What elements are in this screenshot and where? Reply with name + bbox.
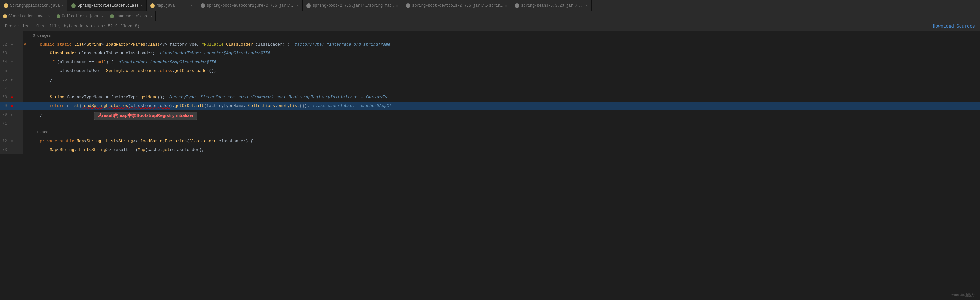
tab-autoconfigure-factories[interactable]: spring-boot-autoconfigure-2.7.5.jar!/…/s… (197, 0, 302, 11)
tab-icon-8 (3, 14, 7, 18)
gutter-64: 64 ▼ (0, 58, 22, 67)
line-num-64: 64 (0, 60, 10, 64)
code-line-66: 66 ▶ } (0, 75, 980, 84)
usages-row-1: 6 usages (0, 32, 980, 40)
tab-bar-row2: ClassLoader.java ✕ Collections.java ✕ La… (0, 11, 980, 21)
gutter-usages-2 (0, 128, 22, 137)
code-line-67: 67 (0, 84, 980, 93)
tab-close-2[interactable]: ✕ (141, 4, 143, 8)
code-content-68: String factoryTypeName = factoryType.get… (28, 93, 980, 102)
code-editor: 6 usages 62 ▼ @ public static List<Strin… (0, 32, 980, 154)
gutter-68: 68 ● (0, 93, 22, 102)
gutter-66: 66 ▶ (0, 75, 22, 84)
tab-icon-9 (57, 14, 60, 18)
tab-label-4: spring-boot-autoconfigure-2.7.5.jar!/…/s… (207, 3, 295, 8)
tab-classloader[interactable]: ClassLoader.java ✕ (0, 11, 53, 21)
tab-bar-row1: SpringApplication.java ✕ SpringFactories… (0, 0, 980, 11)
code-line-64: 64 ▼ if (classLoader == null) { classLoa… (0, 58, 980, 67)
line-num-66: 66 (0, 78, 10, 82)
download-sources-button[interactable]: Download Sources (933, 24, 975, 29)
line-num-71: 71 (0, 121, 10, 126)
tab-collections[interactable]: Collections.java ✕ (53, 11, 107, 21)
decompiled-info: Decompiled .class file, bytecode version… (5, 24, 140, 29)
fold-icon-64[interactable]: ▼ (10, 60, 14, 65)
fold-icon-70[interactable]: ▶ (10, 112, 14, 117)
code-line-70: 70 ▶ } 从result的map中拿BootstrapRegistryIni… (0, 111, 980, 119)
usages-row-2: 1 usage (0, 128, 980, 137)
breakpoint-icon-68[interactable]: ● (10, 95, 14, 100)
line-num-69: 69 (0, 104, 10, 108)
fold-icon-62[interactable]: ▼ (10, 42, 14, 47)
fold-icon-66[interactable]: ▶ (10, 77, 14, 82)
usages-label-1: 6 usages (33, 32, 51, 40)
gutter-62: 62 ▼ (0, 40, 22, 49)
tab-spring-factories-loader[interactable]: SpringFactoriesLoader.class ✕ (67, 0, 146, 11)
gutter-72: 72 ▼ (0, 137, 22, 146)
breakpoint-icon-69[interactable]: ● (10, 103, 14, 109)
info-bar: Decompiled .class file, bytecode version… (0, 21, 980, 32)
tab-close-10[interactable]: ✕ (150, 14, 152, 18)
code-line-68: 68 ● String factoryTypeName = factoryTyp… (0, 93, 980, 102)
gutter-69: 69 ● (0, 102, 22, 111)
line-num-67: 67 (0, 86, 10, 91)
tab-label-9: Collections.java (62, 14, 98, 19)
code-content-63: ClassLoader classLoaderToUse = classLoad… (28, 49, 980, 58)
tab-boot-factories[interactable]: spring-boot-2.7.5.jar!/…/spring.factorie… (302, 0, 402, 11)
gutter-65: 65 (0, 67, 22, 75)
code-line-65: 65 classLoaderToUse = SpringFactoriesLoa… (0, 67, 980, 75)
tab-close-4[interactable]: ✕ (297, 4, 299, 8)
tab-spring-application[interactable]: SpringApplication.java ✕ (0, 0, 67, 11)
tab-close-5[interactable]: ✕ (396, 4, 398, 8)
tab-icon-7 (515, 3, 519, 8)
line-num-68: 68 (0, 95, 10, 100)
tab-label-7: spring-beans-5.3.23.jar!/…/spring (521, 3, 584, 8)
tab-icon-10 (110, 14, 114, 18)
code-content-64: if (classLoader == null) { classLoader: … (28, 58, 980, 67)
tab-label-10: Launcher.class (116, 14, 147, 19)
tab-icon-6 (406, 3, 410, 8)
tab-close-1[interactable]: ✕ (62, 4, 64, 8)
code-line-71: 71 (0, 119, 980, 128)
gutter-71: 71 (0, 119, 22, 128)
tab-beans-spring[interactable]: spring-beans-5.3.23.jar!/…/spring ✕ (511, 0, 592, 11)
tab-close-9[interactable]: ✕ (102, 14, 103, 18)
tab-close-6[interactable]: ✕ (505, 4, 507, 8)
fold-icon-72[interactable]: ▼ (10, 139, 14, 144)
line-num-62: 62 (0, 42, 10, 47)
tab-icon-4 (200, 3, 205, 8)
code-line-72: 72 ▼ private static Map<String, List<Str… (0, 137, 980, 146)
gutter-67: 67 (0, 84, 22, 93)
line-num-63: 63 (0, 51, 10, 56)
gutter-73: 73 (0, 146, 22, 154)
code-content-72: private static Map<String, List<String>>… (28, 137, 980, 146)
code-line-62: 62 ▼ @ public static List<String> loadFa… (0, 40, 980, 49)
code-content-65: classLoaderToUse = SpringFactoriesLoader… (28, 67, 980, 75)
tab-devtools-factories[interactable]: spring-boot-devtools-2.7.5.jar!/…/spring… (402, 0, 511, 11)
code-content-73: Map<String, List<String>> result = (Map)… (28, 146, 980, 154)
tab-label-5: spring-boot-2.7.5.jar!/…/spring.factorie… (313, 3, 394, 8)
at-sign-62: @ (22, 42, 28, 47)
tab-icon-2 (71, 3, 76, 8)
gutter-70: 70 ▶ (0, 111, 22, 119)
gutter-63: 63 (0, 49, 22, 58)
code-line-63: 63 ClassLoader classLoaderToUse = classL… (0, 49, 980, 58)
tab-label-3: Map.java (157, 3, 175, 8)
tab-close-8[interactable]: ✕ (48, 14, 50, 18)
tab-label-1: SpringApplication.java (10, 3, 60, 8)
tab-map[interactable]: Map.java ✕ (146, 0, 197, 11)
code-line-73: 73 Map<String, List<String>> result = (M… (0, 146, 980, 154)
line-num-70: 70 (0, 113, 10, 117)
tooltip-label-70: 从result的map中拿BootstrapRegistryInitialize… (94, 112, 197, 120)
tab-icon-5 (306, 3, 311, 8)
tab-close-3[interactable]: ✕ (191, 4, 193, 8)
tab-close-7[interactable]: ✕ (586, 4, 588, 8)
tab-launcher[interactable]: Launcher.class ✕ (107, 11, 156, 21)
tab-label-6: spring-boot-devtools-2.7.5.jar!/…/spring… (412, 3, 503, 8)
code-content-69: return (List)loadSpringFactories(classLo… (28, 102, 980, 111)
gutter-usages-1 (0, 32, 22, 40)
code-line-69: 69 ● return (List)loadSpringFactories(cl… (0, 102, 980, 111)
code-content-66: } (28, 75, 980, 84)
tab-icon-1 (4, 3, 8, 8)
tab-label-2: SpringFactoriesLoader.class (78, 3, 138, 8)
tab-label-8: ClassLoader.java (8, 14, 45, 19)
